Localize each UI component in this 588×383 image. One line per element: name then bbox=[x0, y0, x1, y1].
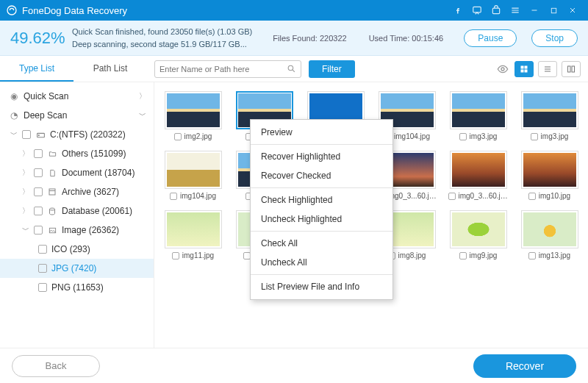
svg-point-13 bbox=[38, 135, 39, 135]
archive-icon bbox=[47, 187, 57, 196]
svg-rect-11 bbox=[572, 66, 575, 72]
checkbox[interactable] bbox=[38, 245, 47, 254]
checkbox[interactable] bbox=[34, 226, 43, 235]
checkbox[interactable] bbox=[170, 193, 177, 200]
toolbar: Type List Path List Filter bbox=[0, 56, 588, 82]
checkbox[interactable] bbox=[34, 168, 43, 177]
thumbnail[interactable]: img10.jpg bbox=[517, 151, 582, 200]
tree-ico[interactable]: ICO (293) bbox=[0, 240, 154, 259]
scan-status-text: Quick Scan finished, found 23050 file(s)… bbox=[72, 26, 252, 50]
checkbox[interactable] bbox=[174, 133, 182, 140]
menu-icon[interactable] bbox=[506, 0, 525, 21]
pause-button[interactable]: Pause bbox=[464, 29, 517, 47]
checkbox[interactable] bbox=[22, 130, 31, 139]
thumbnail-image bbox=[167, 93, 220, 127]
checkbox[interactable] bbox=[172, 252, 179, 259]
thumbnail-image bbox=[452, 153, 505, 187]
view-grid-button[interactable] bbox=[514, 61, 534, 77]
checkbox[interactable] bbox=[34, 207, 43, 215]
menu-recover-highlighted[interactable]: Recover Highlighted bbox=[251, 147, 392, 166]
checkbox[interactable] bbox=[34, 149, 43, 158]
thumbnail-filename: img9.jpg bbox=[470, 251, 498, 259]
tab-path-list[interactable]: Path List bbox=[74, 56, 147, 82]
thumbnail[interactable]: img3.jpg bbox=[517, 91, 582, 140]
thumbnail-filename: img104.jpg bbox=[394, 132, 430, 140]
menu-check-highlighted[interactable]: Check Highlighted bbox=[251, 190, 392, 210]
chevron-right-icon: 〉 bbox=[139, 91, 146, 101]
svg-rect-8 bbox=[521, 69, 524, 72]
search-input[interactable] bbox=[159, 65, 287, 74]
tab-type-list[interactable]: Type List bbox=[0, 56, 74, 82]
thumbnail-image bbox=[167, 153, 220, 187]
search-box[interactable] bbox=[154, 60, 301, 78]
menu-check-all[interactable]: Check All bbox=[251, 234, 392, 253]
svg-rect-9 bbox=[525, 69, 528, 72]
menu-uncheck-highlighted[interactable]: Uncheck Highlighted bbox=[251, 210, 392, 229]
checkbox[interactable] bbox=[448, 193, 456, 200]
thumbnail[interactable]: img3.jpg bbox=[445, 91, 511, 140]
stop-button[interactable]: Stop bbox=[531, 29, 578, 47]
checkbox[interactable] bbox=[459, 252, 467, 259]
maximize-icon[interactable] bbox=[544, 0, 563, 21]
tree-database[interactable]: 〉 Database (20061) bbox=[0, 201, 154, 221]
tree-drive[interactable]: ﹀ C:(NTFS) (220322) bbox=[0, 125, 154, 144]
thumbnail[interactable]: img2.jpg bbox=[160, 91, 226, 140]
cart-icon[interactable] bbox=[487, 0, 506, 21]
thumbnail[interactable]: img104.jpg bbox=[160, 151, 226, 200]
document-icon bbox=[47, 168, 57, 178]
check-circle-icon: ◉ bbox=[9, 91, 19, 101]
view-list-button[interactable] bbox=[538, 61, 557, 77]
tree-archive[interactable]: 〉 Archive (3627) bbox=[0, 182, 154, 201]
feedback-icon[interactable] bbox=[467, 0, 487, 21]
preview-toggle-icon[interactable] bbox=[495, 63, 510, 75]
thumbnail-caption: img3.jpg bbox=[531, 132, 569, 140]
tree-others[interactable]: 〉 Others (151099) bbox=[0, 144, 154, 163]
thumbnail-filename: img0_3...60.jpg bbox=[459, 192, 509, 200]
tree-quick-scan[interactable]: ◉ Quick Scan 〉 bbox=[0, 87, 154, 106]
thumbnail[interactable]: img0_3...60.jpg bbox=[445, 151, 511, 200]
close-icon[interactable] bbox=[563, 0, 582, 21]
thumbnail[interactable]: img13.jpg bbox=[517, 210, 582, 259]
tree-document[interactable]: 〉 Document (18704) bbox=[0, 163, 154, 182]
thumbnail[interactable]: img9.jpg bbox=[445, 210, 511, 259]
checkbox[interactable] bbox=[528, 252, 536, 259]
thumbnail-filename: img8.jpg bbox=[398, 251, 426, 259]
thumbnail[interactable]: img11.jpg bbox=[160, 210, 226, 259]
checkbox[interactable] bbox=[531, 133, 538, 140]
tree-png[interactable]: PNG (11653) bbox=[0, 278, 154, 297]
checkbox[interactable] bbox=[459, 133, 467, 140]
menu-recover-checked[interactable]: Recover Checked bbox=[251, 166, 392, 185]
menu-uncheck-all[interactable]: Uncheck All bbox=[251, 253, 392, 272]
title-bar: FoneDog Data Recovery bbox=[0, 0, 588, 21]
thumbnail-filename: img10.jpg bbox=[539, 192, 570, 200]
scan-percent: 49.62% bbox=[10, 29, 62, 48]
back-button[interactable]: Back bbox=[12, 355, 100, 377]
thumbnail-caption: img13.jpg bbox=[528, 251, 570, 259]
chevron-right-icon: 〉 bbox=[22, 168, 29, 178]
thumbnail-caption: img0_3...60.jpg bbox=[448, 192, 509, 200]
checkbox[interactable] bbox=[38, 283, 47, 292]
svg-point-0 bbox=[7, 6, 16, 15]
svg-rect-7 bbox=[525, 65, 528, 68]
tree-image[interactable]: ﹀ Image (26362) bbox=[0, 221, 154, 240]
menu-preview[interactable]: Preview bbox=[251, 123, 392, 142]
facebook-icon[interactable] bbox=[448, 0, 467, 21]
thumbnail-image bbox=[452, 93, 505, 127]
svg-rect-1 bbox=[473, 7, 481, 12]
tree-deep-scan[interactable]: ◔ Deep Scan ﹀ bbox=[0, 106, 154, 125]
chevron-right-icon: 〉 bbox=[22, 187, 29, 197]
tree-jpg[interactable]: JPG (7420) bbox=[0, 259, 154, 278]
checkbox[interactable] bbox=[528, 193, 536, 200]
checkbox[interactable] bbox=[38, 264, 47, 273]
svg-rect-6 bbox=[521, 65, 524, 68]
menu-list-preview[interactable]: List Preview File and Info bbox=[251, 277, 392, 296]
view-detail-button[interactable] bbox=[562, 61, 581, 77]
filter-button[interactable]: Filter bbox=[309, 60, 355, 78]
thumbnail-filename: img13.jpg bbox=[539, 251, 570, 259]
thumbnail-image bbox=[523, 93, 576, 127]
checkbox[interactable] bbox=[34, 187, 43, 196]
thumbnail-image bbox=[523, 153, 576, 187]
minimize-icon[interactable] bbox=[525, 0, 544, 21]
recover-button[interactable]: Recover bbox=[473, 354, 576, 378]
app-logo: FoneDog Data Recovery bbox=[6, 4, 127, 16]
